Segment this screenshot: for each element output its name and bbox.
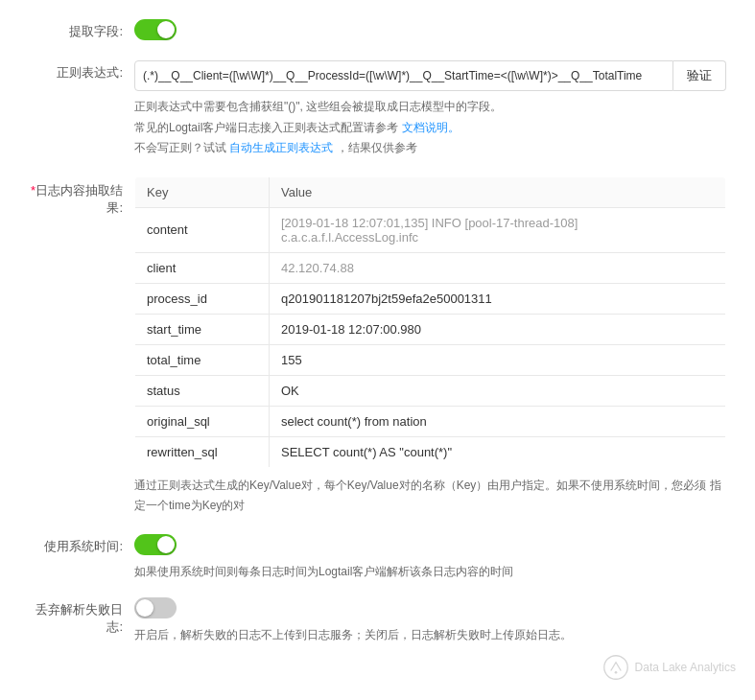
value-cell: 2019-01-18 12:07:00.980 [270,314,726,344]
watermark-icon [602,654,629,681]
value-cell: select count(*) from nation [270,406,726,436]
docs-link[interactable]: 文档说明。 [402,121,460,134]
table-row: process_idq201901181207bj2t59efa2e500013… [135,283,726,314]
hint3: 不会写正则？试试 [134,141,226,154]
page-container: 提取字段: 正则表达式: 验证 正则表达式中需要包含捕获组"()", 这些组会被… [0,0,755,680]
value-cell: SELECT count(*) AS "count(*)" [270,436,726,467]
regex-input[interactable] [134,60,673,91]
table-row: start_time2019-01-18 12:07:00.980 [135,314,726,344]
hint2: 常见的Logtail客户端日志接入正则表达式配置请参考 [134,121,398,134]
discard-fail-row: 丢弃解析失败日志: 开启后，解析失败的日志不上传到日志服务；关闭后，日志解析失败… [29,597,726,643]
hint3-suffix: ，结果仅供参考 [337,141,417,154]
regex-input-row: 验证 [134,60,726,91]
note-line1: 通过正则表达式生成的Key/Value对，每个Key/Value对的名称（Key… [134,478,706,492]
col-key-header: Key [135,176,270,207]
discard-fail-toggle[interactable] [134,597,177,618]
regex-row: 正则表达式: 验证 正则表达式中需要包含捕获组"()", 这些组会被提取成日志模… [29,60,726,159]
verify-button[interactable]: 验证 [673,60,726,91]
table-row: original_sqlselect count(*) from nation [135,406,726,436]
extract-result-label: *日志内容抽取结果: [29,176,134,217]
value-cell: OK [270,375,726,406]
key-cell: process_id [135,283,270,314]
regex-label: 正则表达式: [29,60,134,82]
discard-fail-label: 丢弃解析失败日志: [29,597,134,636]
table-row: content[2019-01-18 12:07:01,135] INFO [p… [135,207,726,252]
key-cell: total_time [135,344,270,375]
key-cell: start_time [135,314,270,344]
table-row: statusOK [135,375,726,406]
table-header-row: Key Value [135,176,726,207]
key-cell: rewritten_sql [135,436,270,467]
value-cell: 42.120.74.88 [270,252,726,283]
table-row: client42.120.74.88 [135,252,726,283]
auto-gen-link[interactable]: 自动生成正则表达式 [229,141,333,154]
key-cell: content [135,207,270,252]
discard-fail-note: 开启后，解析失败的日志不上传到日志服务；关闭后，日志解析失败时上传原始日志。 [134,627,726,643]
note-text: 通过正则表达式生成的Key/Value对，每个Key/Value对的名称（Key… [134,476,726,517]
svg-point-1 [614,671,617,674]
toggle-slider [134,19,177,40]
discard-fail-content: 开启后，解析失败的日志不上传到日志服务；关闭后，日志解析失败时上传原始日志。 [134,597,726,643]
value-cell: 155 [270,344,726,375]
table-row: rewritten_sqlSELECT count(*) AS "count(*… [135,436,726,467]
extract-result-content: Key Value content[2019-01-18 12:07:01,13… [134,176,726,517]
regex-content: 验证 正则表达式中需要包含捕获组"()", 这些组会被提取成日志模型中的字段。 … [134,60,726,159]
toggle-slider-discard [134,597,177,618]
watermark: Data Lake Analytics [602,654,736,681]
extract-field-row: 提取字段: [29,19,726,43]
value-cell: [2019-01-18 12:07:01,135] INFO [pool-17-… [270,207,726,252]
table-row: total_time155 [135,344,726,375]
system-time-toggle[interactable] [134,534,177,555]
extract-field-label: 提取字段: [29,19,134,40]
key-cell: original_sql [135,406,270,436]
extract-field-toggle[interactable] [134,19,177,40]
hint-text: 正则表达式中需要包含捕获组"()", 这些组会被提取成日志模型中的字段。 常见的… [134,97,726,159]
watermark-text: Data Lake Analytics [635,661,736,674]
extract-result-row: *日志内容抽取结果: Key Value content[2019-01-18 … [29,176,726,517]
key-cell: status [135,375,270,406]
hint1: 正则表达式中需要包含捕获组"()", 这些组会被提取成日志模型中的字段。 [134,100,502,113]
toggle-slider-system-time [134,534,177,555]
system-time-row: 使用系统时间: 如果使用系统时间则每条日志时间为Logtail客户端解析该条日志… [29,534,726,580]
key-cell: client [135,252,270,283]
svg-point-0 [603,656,627,680]
value-cell: q201901181207bj2t59efa2e50001311 [270,283,726,314]
system-time-note: 如果使用系统时间则每条日志时间为Logtail客户端解析该条日志内容的时间 [134,564,726,580]
extract-field-content [134,19,726,43]
col-value-header: Value [270,176,726,207]
extract-table: Key Value content[2019-01-18 12:07:01,13… [134,176,726,468]
system-time-content: 如果使用系统时间则每条日志时间为Logtail客户端解析该条日志内容的时间 [134,534,726,580]
system-time-label: 使用系统时间: [29,534,134,555]
